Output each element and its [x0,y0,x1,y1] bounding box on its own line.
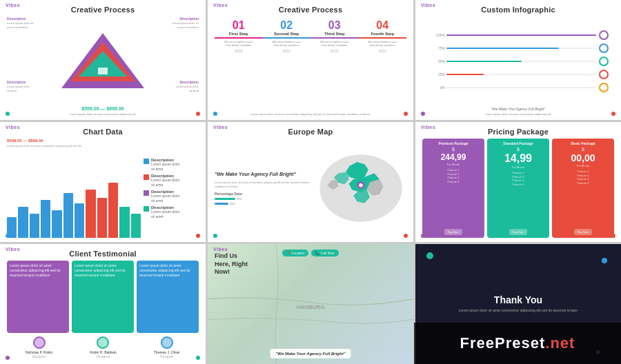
map-svg-area [315,139,406,238]
step-line-1 [215,37,263,39]
vibes-label-7: Vibes [6,247,20,252]
chart-price: $599.00 — $899.00 [7,139,141,143]
dot-bottom-right-2 [404,112,408,116]
map-pct-bars: 60% 40% [215,197,310,205]
legend-text-4: Description Lorem ipsum dolorsit amet [151,205,179,219]
premium-amount: 244,99 [441,153,466,161]
step-label-1: First Step [229,32,248,36]
map-bar-2 [215,203,228,205]
standard-btn[interactable]: Buy Now [509,229,527,235]
vibes-label-1: Vibes [6,3,20,8]
step-num-1: 01 [233,19,245,32]
avatar-img-1 [33,336,46,349]
map-bar-label-1: 60% [237,197,242,201]
thankyou-title: Thank You [494,294,542,305]
price-card-premium: Premium Package $ 244,99 Per Month Featu… [422,139,484,238]
dot-bottom-right-4 [196,234,200,238]
dot-bottom-right-3 [611,112,615,116]
legend-1: Description Lorem ipsum dolorsit amet [144,158,199,171]
inf-fill-2 [446,48,559,49]
inf-bg-2 [446,48,596,49]
bar-7 [75,203,84,238]
legend-text-3: Description Lorem ipsum dolorsit amet [151,190,179,203]
vibes-label-3: Vibes [421,3,435,8]
vibes-label-4: Vibes [6,125,20,130]
bar-9 [97,198,107,238]
triangle-diagram: DescriptionLorem ipsum dolor sitamet con… [7,17,199,105]
vibes-label-8: Vibes [213,247,228,252]
bar-4 [41,200,50,238]
avatar-name-3: Therese J. OliverDesigner [154,350,180,358]
testi-card-2: Lorem ipsum dolor sit amet consectetur a… [72,261,134,333]
step-3: 03 Third Step We must explain to youhow … [310,19,359,53]
step-num-3: 03 [328,19,341,32]
footer-text-2: Lorem ipsum dolor sit amet consectetur a… [251,112,371,116]
premium-btn[interactable]: Buy Now [444,229,462,235]
cell-testimonial: Vibes Client Testimonial Lorem ipsum dol… [0,244,206,364]
inf-bg-3 [446,61,596,62]
inf-dot-2 [599,43,609,53]
cell-europe-map: Vibes Europe Map "We Make Your Agency Fu… [208,122,413,242]
title-europe-map: Europe Map [288,128,333,136]
svg-point-6 [359,183,362,187]
findus-location-input[interactable]: 📍 Location [282,250,308,256]
step-text-2: We must explain to youhow all this mista… [272,40,301,47]
infographic-quote: "We Make Your Agency Full Bright" [491,107,545,111]
findus-call-input[interactable]: 📞 Call Now [311,250,338,256]
title-creative-process-2: Creative Process [279,6,342,14]
avatar-2: Robin H. BaldwinDesigner [90,336,116,358]
legend-box-3 [144,190,149,196]
step-2: 02 Second Step We must explain to youhow… [263,19,311,53]
title-pricing: Pricing Package [488,128,549,136]
premium-title: Premium Package [438,141,468,145]
dot-bottom-left-7 [6,356,10,360]
title-creative-process-1: Creative Process [71,6,135,14]
map-bar-label-2: 40% [230,202,235,205]
title-chart-data: Chart Data [83,128,123,136]
bar-2 [18,207,28,238]
legend-text-2: Description Lorem ipsum dolorsit amet [151,174,179,187]
step-year-2: 2019 [283,49,290,53]
avatar-name-2: Robin H. BaldwinDesigner [90,350,116,358]
premium-sub: Per Month [447,163,460,166]
desc-br: DescriptionLorem ipsum dolorsit amet [176,80,199,92]
inf-pct-4: 25% [428,72,445,77]
map-bar-row-1: 60% [215,197,310,201]
dot-bottom-right-5 [404,234,408,238]
step-1: 01 First Step We must explain to youhow … [215,19,263,53]
cell-chart-data: Vibes Chart Data $599.00 — $899.00 Lorem… [0,122,206,242]
vibes-label-2: Vibes [213,3,228,8]
ty-dot-purple [596,350,600,354]
cell-thank-you: Thank You Lorem ipsum dolor sit amet con… [415,244,621,364]
dot-bottom-right-1 [196,112,200,116]
cell-pricing: Vibes Pricing Package Premium Package $ … [415,122,621,242]
cell-creative-process-1: Vibes Creative Process DescriptionLorem … [0,0,206,120]
inf-row-4: 25% [428,70,609,79]
map-quote: "We Make Your Agency Full Bright" [215,171,310,178]
inf-pct-1: 100% [428,33,445,37]
legend-2: Description Lorem ipsum dolorsit amet [144,174,199,187]
footer-text-3: Lorem ipsum dolor sit amet consectetur a… [485,112,551,116]
infographic-bars: 100% 75% 50% 25% 0% [422,17,614,105]
triangles-svg [58,32,148,90]
inf-bg-4 [446,74,596,75]
step-year-1: 2018 [235,49,242,53]
findus-title: Find UsHere, RightNow! [215,252,248,276]
testi-card-1: Lorem ipsum dolor sit amet consectetur a… [7,261,69,333]
premium-features: Feature 1Feature 2Feature 3Feature 4 [447,168,459,183]
basic-btn[interactable]: Buy Now [574,229,592,235]
desc-tr: DescriptionLorem ipsum dolor sitamet con… [172,17,199,29]
step-4: 04 Fourth Step We must explain to youhow… [359,19,407,53]
dot-bottom-left-3 [421,112,425,116]
map-bar-1 [215,198,235,200]
bar-chart [7,150,141,238]
avatar-1: Nicholas P. RobinDesigner [26,336,52,358]
bar-3 [30,214,39,238]
vibes-label-6: Vibes [421,125,435,130]
avatar-3: Therese J. OliverDesigner [154,336,180,358]
inf-bg-1 [446,34,596,36]
title-infographic: Custom Infographic [481,6,555,14]
thankyou-container: Thank You Lorem ipsum dolor sit amet con… [415,244,621,364]
inf-pct-5: 0% [428,85,445,90]
desc-tl: DescriptionLorem ipsum dolor sitamet con… [7,17,33,29]
